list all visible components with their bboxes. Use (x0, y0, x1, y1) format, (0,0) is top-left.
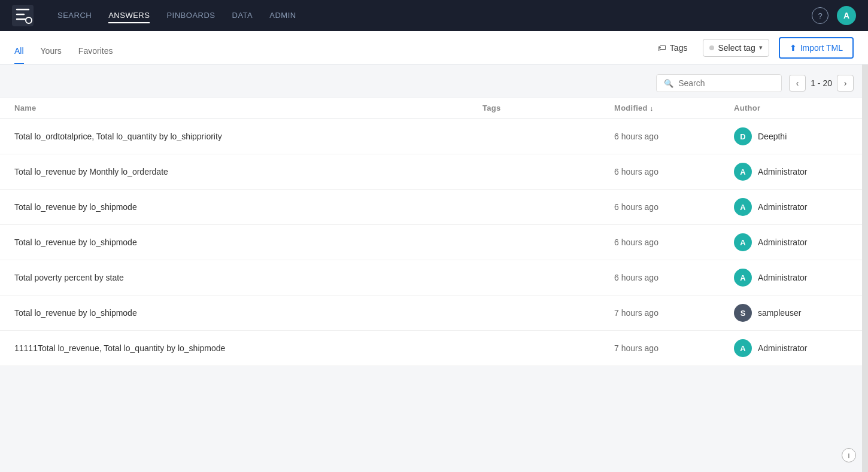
author-name-2: Administrator (758, 202, 807, 212)
nav-answers[interactable]: ANSWERS (108, 8, 150, 23)
author-avatar-1: A (734, 163, 752, 181)
sub-nav-tabs: All Yours Favorites (14, 31, 113, 64)
select-tag-button[interactable]: Select tag ▾ (703, 39, 769, 57)
author-avatar-5: S (734, 304, 752, 322)
row-modified-2: 6 hours ago (614, 202, 734, 212)
row-author-6: A Administrator (734, 339, 854, 357)
next-page-icon: › (844, 78, 847, 88)
table-row: Total lo_revenue by lo_shipmode 6 hours … (0, 190, 868, 225)
help-button[interactable]: ? (812, 7, 828, 24)
answers-table: Name Tags Modified ↓ Author Total lo_ord… (0, 97, 868, 366)
row-modified-4: 6 hours ago (614, 273, 734, 282)
nav-links: SEARCH ANSWERS PINBOARDS DATA ADMIN (57, 8, 794, 23)
row-name-1[interactable]: Total lo_revenue by Monthly lo_orderdate (14, 167, 482, 176)
row-name-5[interactable]: Total lo_revenue by lo_shipmode (14, 308, 482, 318)
author-avatar-6: A (734, 339, 752, 357)
table-row: Total poverty percent by state 6 hours a… (0, 260, 868, 296)
nav-search[interactable]: SEARCH (57, 8, 92, 23)
row-name-6[interactable]: 11111Total lo_revenue, Total lo_quantity… (14, 343, 482, 353)
next-page-button[interactable]: › (837, 75, 854, 92)
search-input[interactable] (678, 78, 774, 88)
svg-point-4 (26, 17, 32, 23)
app-logo[interactable] (12, 5, 34, 26)
table-header: Name Tags Modified ↓ Author (0, 98, 868, 119)
import-tml-button[interactable]: ⬆ Import TML (779, 37, 854, 59)
author-name-4: Administrator (758, 273, 807, 282)
pagination-text: 1 - 20 (811, 78, 832, 88)
select-tag-label: Select tag (718, 43, 755, 53)
import-tml-label: Import TML (800, 43, 843, 53)
pagination-controls: ‹ 1 - 20 › (789, 75, 854, 92)
prev-page-button[interactable]: ‹ (789, 75, 806, 92)
row-name-3[interactable]: Total lo_revenue by lo_shipmode (14, 237, 482, 247)
tag-icon: 🏷 (657, 42, 666, 53)
table-row: Total lo_revenue by lo_shipmode 6 hours … (0, 225, 868, 260)
main-content: 🔍 ‹ 1 - 20 › Name Tags Modified ↓ (0, 65, 868, 366)
author-name-6: Administrator (758, 343, 807, 353)
row-author-4: A Administrator (734, 269, 854, 287)
import-icon: ⬆ (790, 43, 797, 53)
row-author-5: S sampleuser (734, 304, 854, 322)
row-modified-1: 6 hours ago (614, 167, 734, 176)
author-name-0: Deepthi (758, 132, 787, 141)
table-row: Total lo_ordtotalprice, Total lo_quantit… (0, 119, 868, 154)
nav-admin[interactable]: ADMIN (269, 8, 296, 23)
row-modified-5: 7 hours ago (614, 308, 734, 318)
select-tag-dot (709, 45, 714, 50)
row-author-3: A Administrator (734, 233, 854, 251)
tab-favorites[interactable]: Favorites (78, 46, 113, 64)
tab-yours[interactable]: Yours (41, 46, 62, 64)
chevron-down-icon: ▾ (759, 44, 763, 51)
search-pagination-row: 🔍 ‹ 1 - 20 › (0, 65, 868, 97)
author-name-3: Administrator (758, 237, 807, 247)
row-modified-0: 6 hours ago (614, 132, 734, 141)
prev-page-icon: ‹ (796, 78, 799, 88)
col-header-tags: Tags (482, 103, 614, 112)
row-author-2: A Administrator (734, 198, 854, 216)
row-name-0[interactable]: Total lo_ordtotalprice, Total lo_quantit… (14, 132, 482, 141)
nav-pinboards[interactable]: PINBOARDS (166, 8, 215, 23)
table-body: Total lo_ordtotalprice, Total lo_quantit… (0, 119, 868, 366)
col-header-modified[interactable]: Modified ↓ (614, 103, 734, 112)
row-name-2[interactable]: Total lo_revenue by lo_shipmode (14, 202, 482, 212)
col-header-name: Name (14, 103, 482, 112)
scroll-track[interactable] (862, 65, 868, 472)
top-navigation: SEARCH ANSWERS PINBOARDS DATA ADMIN ? A (0, 0, 868, 31)
nav-data[interactable]: DATA (232, 8, 253, 23)
sub-navigation: All Yours Favorites 🏷 Tags Select tag ▾ … (0, 31, 868, 65)
author-name-5: sampleuser (758, 308, 801, 318)
table-row: Total lo_revenue by lo_shipmode 7 hours … (0, 296, 868, 331)
row-name-4[interactable]: Total poverty percent by state (14, 273, 482, 282)
author-avatar-0: D (734, 127, 752, 145)
author-name-1: Administrator (758, 167, 807, 176)
user-avatar[interactable]: A (837, 6, 856, 25)
sub-nav-actions: 🏷 Tags Select tag ▾ ⬆ Import TML (651, 37, 854, 59)
row-modified-3: 6 hours ago (614, 237, 734, 247)
table-row: Total lo_revenue by Monthly lo_orderdate… (0, 154, 868, 190)
nav-right: ? A (812, 6, 856, 25)
author-avatar-4: A (734, 269, 752, 287)
tags-label: Tags (670, 43, 688, 53)
author-avatar-2: A (734, 198, 752, 216)
author-avatar-3: A (734, 233, 752, 251)
row-modified-6: 7 hours ago (614, 343, 734, 353)
search-wrapper[interactable]: 🔍 (656, 74, 782, 92)
table-row: 11111Total lo_revenue, Total lo_quantity… (0, 331, 868, 366)
info-button[interactable]: i (842, 448, 856, 462)
tab-all[interactable]: All (14, 46, 24, 64)
sort-icon: ↓ (650, 105, 654, 112)
tags-button[interactable]: 🏷 Tags (651, 39, 694, 56)
row-author-0: D Deepthi (734, 127, 854, 145)
col-header-author: Author (734, 103, 854, 112)
row-author-1: A Administrator (734, 163, 854, 181)
search-icon: 🔍 (664, 79, 673, 88)
